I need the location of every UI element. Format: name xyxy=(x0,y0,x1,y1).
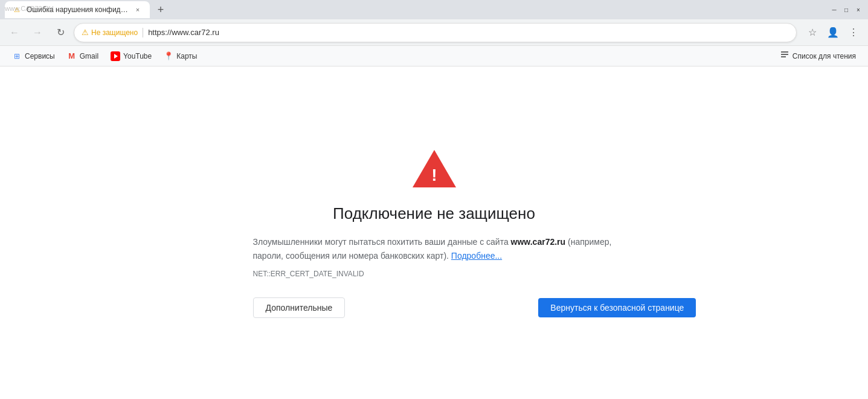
bookmarks-bar: ⊞ Сервисы M Gmail YouTube 📍 Карты Список… xyxy=(0,46,868,66)
tab-close-button[interactable]: × xyxy=(133,5,143,15)
reading-list-icon xyxy=(780,50,789,62)
security-warning: ⚠ Не защищено xyxy=(82,28,138,37)
site-name: www.car72.ru xyxy=(511,237,566,247)
description-before: Злоумышленники могут пытаться похитить в… xyxy=(253,237,511,247)
services-icon: ⊞ xyxy=(12,51,22,61)
window-controls: ─ □ × xyxy=(829,5,863,15)
reading-list-label: Список для чтения xyxy=(792,52,856,60)
bookmark-gmail[interactable]: M Gmail xyxy=(62,49,103,63)
warning-triangle-icon: ⚠ xyxy=(82,28,89,37)
titlebar: ⚠ Ошибка нарушения конфиден... × + ─ □ × xyxy=(0,0,868,19)
advanced-button[interactable]: Дополнительные xyxy=(253,297,346,318)
back-button[interactable]: ← xyxy=(5,23,24,42)
bookmark-star-button[interactable]: ☆ xyxy=(803,23,822,42)
reading-list-button[interactable]: Список для чтения xyxy=(775,48,861,64)
close-window-button[interactable]: × xyxy=(854,5,863,15)
warning-triangle-graphic: ! xyxy=(410,148,458,190)
addressbar: ← → ↻ ⚠ Не защищено https://www.car72.ru… xyxy=(0,19,868,46)
svg-rect-2 xyxy=(781,51,788,53)
error-title: Подключение не защищено xyxy=(333,204,535,223)
forward-button[interactable]: → xyxy=(28,23,47,42)
minimize-button[interactable]: ─ xyxy=(829,5,839,15)
address-divider xyxy=(143,28,143,37)
refresh-button[interactable]: ↻ xyxy=(51,23,70,42)
tab-favicon-warning: ⚠ xyxy=(12,5,22,15)
bookmark-services[interactable]: ⊞ Сервисы xyxy=(7,49,60,63)
services-label: Сервисы xyxy=(25,52,55,60)
svg-rect-4 xyxy=(781,56,786,57)
active-tab[interactable]: ⚠ Ошибка нарушения конфиден... × xyxy=(5,1,150,18)
svg-text:!: ! xyxy=(431,166,437,184)
error-description: Злоумышленники могут пытаться похитить в… xyxy=(253,235,616,262)
profile-button[interactable]: 👤 xyxy=(823,23,843,42)
error-code: NET::ERR_CERT_DATE_INVALID xyxy=(253,270,616,278)
maps-label: Карты xyxy=(176,52,197,60)
security-label: Не защищено xyxy=(91,28,138,37)
addressbar-actions: ☆ 👤 ⋮ xyxy=(803,23,863,42)
address-input-box[interactable]: ⚠ Не защищено https://www.car72.ru xyxy=(74,23,797,42)
new-tab-button[interactable]: + xyxy=(152,1,169,18)
error-container: ! Подключение не защищено Злоумышленники… xyxy=(241,148,628,318)
youtube-label: YouTube xyxy=(123,52,152,60)
bookmark-maps[interactable]: 📍 Карты xyxy=(159,49,202,63)
safe-page-button[interactable]: Вернуться к безопасной странице xyxy=(538,298,696,317)
tab-title: Ошибка нарушения конфиден... xyxy=(27,5,128,14)
gmail-label: Gmail xyxy=(80,52,98,60)
learn-more-link[interactable]: Подробнее... xyxy=(451,251,502,261)
gmail-icon: M xyxy=(67,51,77,61)
maps-icon: 📍 xyxy=(164,51,173,61)
url-display: https://www.car72.ru xyxy=(148,28,789,37)
menu-button[interactable]: ⋮ xyxy=(844,23,863,42)
youtube-icon xyxy=(111,51,120,61)
main-content: ! Подключение не защищено Злоумышленники… xyxy=(0,66,868,399)
bookmark-youtube[interactable]: YouTube xyxy=(106,49,156,63)
maximize-button[interactable]: □ xyxy=(841,5,851,15)
buttons-row: Дополнительные Вернуться к безопасной ст… xyxy=(253,297,616,318)
svg-rect-3 xyxy=(781,54,788,55)
